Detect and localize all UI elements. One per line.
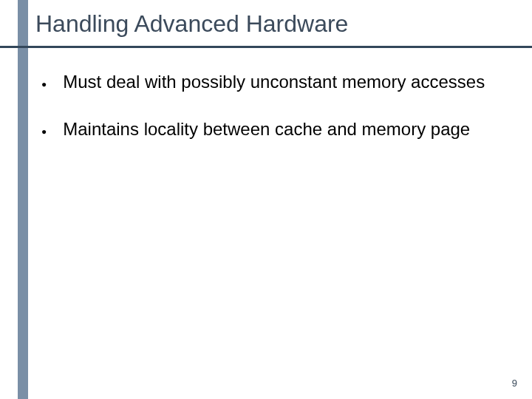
list-item: ● Maintains locality between cache and m… (41, 118, 499, 142)
content-area: ● Must deal with possibly unconstant mem… (41, 71, 499, 166)
list-item: ● Must deal with possibly unconstant mem… (41, 71, 499, 95)
bullet-icon: ● (41, 121, 47, 142)
title-underline (0, 46, 532, 48)
slide: Handling Advanced Hardware ● Must deal w… (0, 0, 532, 399)
bullet-icon: ● (41, 74, 47, 95)
bullet-text: Must deal with possibly unconstant memor… (63, 71, 485, 93)
page-number: 9 (512, 378, 517, 389)
accent-bar (18, 0, 28, 399)
bullet-text: Maintains locality between cache and mem… (63, 118, 470, 140)
slide-title: Handling Advanced Hardware (35, 10, 348, 38)
